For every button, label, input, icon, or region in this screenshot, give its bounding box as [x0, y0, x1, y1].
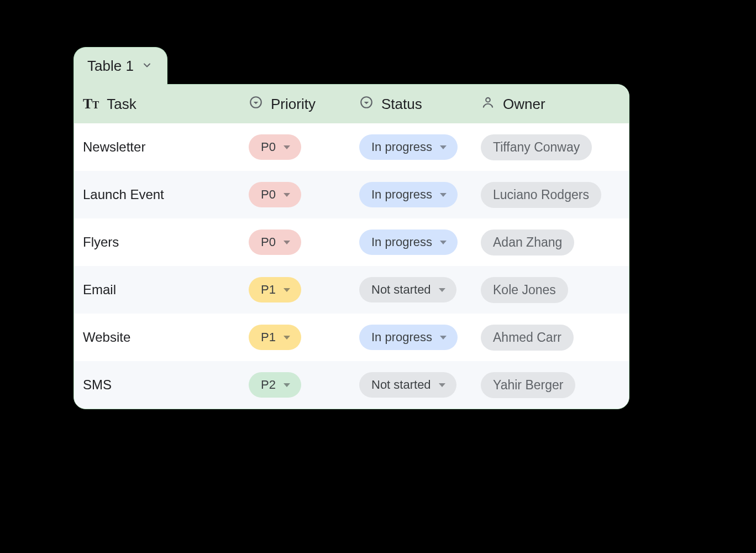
- task-name: Flyers: [83, 234, 119, 249]
- owner-cell: Yahir Berger: [472, 372, 629, 398]
- status-value: In progress: [371, 187, 432, 202]
- table-tab[interactable]: Table 1: [74, 47, 167, 85]
- chevron-down-icon: [141, 58, 153, 75]
- task-name: Launch Event: [83, 187, 164, 202]
- column-header-owner[interactable]: Owner: [472, 95, 629, 113]
- priority-cell: P1: [240, 277, 350, 302]
- caret-down-icon: [284, 241, 290, 244]
- table-card: Table 1 TT Task Priority Status: [74, 84, 629, 409]
- task-cell[interactable]: Website: [74, 330, 240, 345]
- caret-down-icon: [440, 145, 447, 149]
- column-header-priority[interactable]: Priority: [240, 95, 350, 113]
- owner-chip[interactable]: Yahir Berger: [481, 372, 575, 398]
- owner-name: Adan Zhang: [493, 235, 562, 250]
- caret-down-icon: [439, 383, 445, 387]
- dropdown-circle-icon: [249, 95, 263, 113]
- status-cell: In progress: [350, 182, 472, 207]
- owner-chip[interactable]: Tiffany Conway: [481, 134, 592, 160]
- table-row: Launch EventP0In progressLuciano Rodgers: [74, 171, 629, 218]
- owner-chip[interactable]: Ahmed Carr: [481, 325, 574, 351]
- priority-value: P2: [261, 378, 276, 392]
- priority-value: P1: [261, 283, 276, 297]
- owner-chip[interactable]: Luciano Rodgers: [481, 182, 601, 208]
- status-chip[interactable]: In progress: [359, 325, 458, 350]
- caret-down-icon: [440, 241, 447, 244]
- table-row: EmailP1Not startedKole Jones: [74, 266, 629, 314]
- task-name: Email: [83, 282, 116, 297]
- svg-point-2: [486, 97, 490, 102]
- task-name: Newsletter: [83, 139, 145, 154]
- owner-chip[interactable]: Adan Zhang: [481, 229, 574, 255]
- priority-chip[interactable]: P2: [249, 372, 301, 398]
- table-row: SMSP2Not startedYahir Berger: [74, 361, 629, 409]
- owner-name: Kole Jones: [493, 283, 556, 298]
- priority-cell: P2: [240, 372, 350, 398]
- priority-value: P0: [261, 140, 276, 154]
- caret-down-icon: [440, 336, 447, 340]
- column-header-label: Priority: [271, 96, 316, 113]
- status-chip[interactable]: In progress: [359, 134, 458, 160]
- table-row: WebsiteP1In progressAhmed Carr: [74, 314, 629, 361]
- owner-cell: Adan Zhang: [472, 229, 629, 255]
- status-value: In progress: [371, 330, 432, 345]
- status-cell: Not started: [350, 277, 472, 302]
- priority-value: P0: [261, 187, 276, 202]
- owner-name: Luciano Rodgers: [493, 187, 589, 202]
- task-cell[interactable]: Newsletter: [74, 139, 240, 155]
- task-cell[interactable]: Email: [74, 282, 240, 298]
- text-type-icon: TT: [83, 97, 99, 111]
- caret-down-icon: [439, 288, 445, 292]
- column-header-label: Owner: [503, 96, 545, 113]
- owner-name: Ahmed Carr: [493, 330, 561, 345]
- status-chip[interactable]: In progress: [359, 182, 458, 207]
- status-value: In progress: [371, 235, 432, 249]
- status-chip[interactable]: Not started: [359, 277, 456, 302]
- priority-chip[interactable]: P1: [249, 325, 301, 350]
- status-cell: Not started: [350, 372, 472, 398]
- status-cell: In progress: [350, 325, 472, 350]
- task-cell[interactable]: Launch Event: [74, 187, 240, 202]
- table-tab-label: Table 1: [87, 58, 134, 75]
- task-name: SMS: [83, 377, 112, 392]
- caret-down-icon: [284, 383, 290, 387]
- owner-chip[interactable]: Kole Jones: [481, 277, 568, 303]
- task-cell[interactable]: Flyers: [74, 234, 240, 250]
- status-cell: In progress: [350, 134, 472, 160]
- owner-cell: Kole Jones: [472, 277, 629, 303]
- dropdown-circle-icon: [359, 95, 374, 113]
- table-row: NewsletterP0In progressTiffany Conway: [74, 123, 629, 171]
- priority-chip[interactable]: P0: [249, 229, 301, 255]
- caret-down-icon: [284, 336, 290, 340]
- caret-down-icon: [440, 193, 447, 197]
- caret-down-icon: [284, 145, 290, 149]
- owner-cell: Tiffany Conway: [472, 134, 629, 160]
- status-value: Not started: [371, 378, 431, 392]
- priority-cell: P0: [240, 134, 350, 160]
- priority-chip[interactable]: P0: [249, 182, 301, 207]
- task-cell[interactable]: SMS: [74, 377, 240, 393]
- priority-cell: P1: [240, 325, 350, 350]
- priority-value: P1: [261, 330, 276, 345]
- status-cell: In progress: [350, 229, 472, 255]
- table-row: FlyersP0In progressAdan Zhang: [74, 218, 629, 266]
- priority-value: P0: [261, 235, 276, 249]
- priority-cell: P0: [240, 229, 350, 255]
- owner-cell: Luciano Rodgers: [472, 182, 629, 208]
- priority-cell: P0: [240, 182, 350, 207]
- column-header-label: Status: [381, 96, 422, 113]
- caret-down-icon: [284, 193, 290, 197]
- status-chip[interactable]: In progress: [359, 229, 458, 255]
- status-value: In progress: [371, 140, 432, 154]
- priority-chip[interactable]: P1: [249, 277, 301, 302]
- status-chip[interactable]: Not started: [359, 372, 456, 398]
- task-name: Website: [83, 330, 130, 345]
- column-header-status[interactable]: Status: [350, 95, 472, 113]
- owner-name: Yahir Berger: [493, 378, 563, 393]
- owner-cell: Ahmed Carr: [472, 325, 629, 351]
- priority-chip[interactable]: P0: [249, 134, 301, 160]
- column-header-task[interactable]: TT Task: [74, 96, 240, 113]
- caret-down-icon: [284, 288, 290, 292]
- status-value: Not started: [371, 283, 431, 297]
- person-icon: [481, 95, 495, 113]
- owner-name: Tiffany Conway: [493, 140, 580, 155]
